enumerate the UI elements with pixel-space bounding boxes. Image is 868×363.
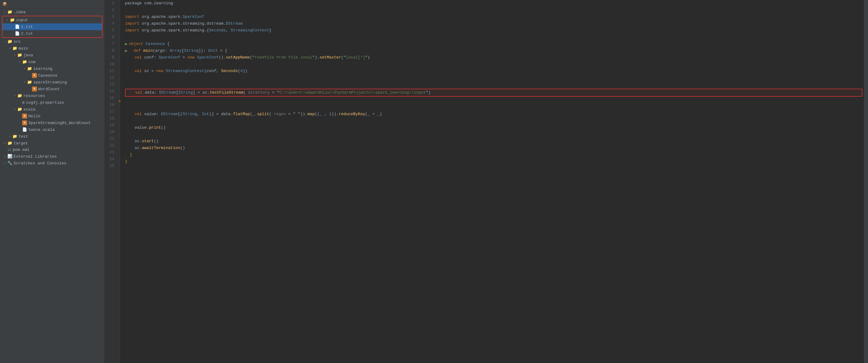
tree-item-resources[interactable]: 📁 resources — [0, 92, 104, 99]
warning-icon: ⚠ — [118, 97, 121, 104]
code-token: main — [143, 48, 153, 54]
code-token: print — [149, 124, 161, 131]
line-number: 22 — [105, 142, 117, 149]
tree-item-1txt[interactable]: 📄 1.txt — [2, 23, 102, 30]
code-token: import — [125, 20, 140, 27]
tree-item-label: learning — [33, 66, 52, 71]
code-token — [129, 48, 133, 54]
tree-item-scala[interactable]: 📁 scala — [0, 106, 104, 113]
folder-icon: 📁 — [7, 141, 12, 146]
code-line-6 — [125, 34, 864, 41]
code-token — [125, 138, 134, 145]
code-line-23: } — [125, 151, 864, 158]
code-token: "). — [312, 54, 319, 61]
tree-arrow — [12, 94, 17, 98]
tree-item-input[interactable]: 📁 input — [2, 17, 102, 23]
tree-item-label: 2.txt — [21, 31, 33, 36]
code-token: package — [125, 0, 142, 7]
code-token — [141, 48, 143, 54]
code-token: val — [134, 68, 142, 74]
code-token: String — [179, 89, 193, 96]
code-line-16 — [125, 104, 864, 111]
tree-item-label: pom.xml — [12, 148, 30, 152]
folder-icon: 📁 — [17, 107, 22, 112]
tree-item-com[interactable]: 📁 com — [0, 59, 104, 65]
tree-item-label: scala — [23, 107, 35, 112]
code-token: readfile from file local — [254, 54, 312, 61]
tree-item-label: target — [13, 141, 28, 146]
code-token: = " — [270, 89, 279, 96]
code-token: ( — [243, 89, 248, 96]
folder-icon: 📁 — [7, 9, 12, 14]
code-token: , — [216, 68, 221, 74]
tree-arrow — [17, 60, 22, 64]
right-scrollbar[interactable] — [864, 0, 868, 363]
run-arrow2-icon[interactable]: ▶ — [125, 48, 127, 54]
folder-icon: 📁 — [17, 93, 22, 98]
code-token: import — [125, 13, 140, 20]
tree-item-target[interactable]: 📁 target — [0, 140, 104, 147]
tree-item-label: SparkStreaming01_WordCount — [28, 121, 91, 125]
folder-icon: 📁 — [27, 66, 32, 71]
tree-item-src[interactable]: 📁 src — [0, 38, 104, 45]
tree-item-scratches[interactable]: 🔧 Scratches and Consoles — [0, 160, 104, 167]
code-token: )] = — [209, 111, 221, 118]
code-token: (_. — [250, 111, 257, 118]
tree-item-java[interactable]: 📁 java — [0, 52, 104, 59]
tree-item-main[interactable]: 📁 main — [0, 45, 104, 52]
code-token: = { — [218, 48, 227, 54]
code-token: data — [145, 89, 154, 96]
scala-file-icon: 📄 — [22, 127, 27, 132]
code-line-15: ⚠ — [125, 97, 864, 104]
editor: 1234567891011121314151617181920212223242… — [105, 0, 864, 363]
code-token: setAppName — [226, 54, 250, 61]
line-number: 5 — [105, 27, 117, 34]
folder-icon: 📁 — [7, 39, 12, 44]
tree-item-2txt[interactable]: 📄 2.txt — [2, 30, 102, 37]
code-token: val — [134, 111, 142, 118]
code-token: . — [140, 138, 142, 145]
sidebar: 📦 📁 .idea 📁 input 📄 1.txt 📄 2.txt 📁 src … — [0, 0, 105, 363]
line-number: 15 — [105, 95, 117, 101]
run-arrow-icon[interactable]: ▶ — [125, 41, 127, 48]
line-number: 21 — [105, 135, 117, 142]
tree-item-idea[interactable]: 📁 .idea — [0, 9, 104, 16]
code-token: : — [155, 89, 159, 96]
tree-item-sparkStreaming[interactable]: 📁 sparkStreaming — [0, 79, 104, 86]
code-line-1: package com.learning — [125, 0, 864, 7]
tree-item-twoce[interactable]: 📄 twoce.scala — [0, 126, 104, 133]
tree-item-WordCount[interactable]: O WordCount — [0, 86, 104, 92]
tree-item-Hello[interactable]: O Hello — [0, 113, 104, 119]
tree-item-log4j[interactable]: ⚙ log4j.properties — [0, 99, 104, 106]
tree-item-SparkStreaming01[interactable]: O SparkStreaming01_WordCount — [0, 119, 104, 126]
tree-item-Caseonce[interactable]: O Caseonce — [0, 72, 104, 79]
code-token: ((_ , — [315, 111, 329, 118]
code-token: org.apache.spark. — [140, 13, 183, 20]
line-number: 6 — [105, 34, 117, 41]
code-token — [125, 145, 134, 151]
code-token: : — [156, 111, 161, 118]
code-token: . — [230, 111, 233, 118]
code-token: , — [226, 27, 231, 34]
tree-item-learning[interactable]: 📁 learning — [0, 65, 104, 72]
code-token — [125, 111, 134, 118]
line-number: 7 — [105, 41, 117, 48]
tree-item-extlibs[interactable]: 📊 External Libraries — [0, 153, 104, 160]
code-token: )) — [243, 68, 247, 74]
line-number: 16 — [105, 101, 117, 109]
tree-item-label: twoce.scala — [28, 127, 55, 132]
code-token: sc — [134, 145, 140, 151]
code-token: () — [154, 138, 159, 145]
tree-arrow — [22, 67, 27, 70]
tree-item-label: sparkStreaming — [33, 80, 67, 85]
code-line-21: sc.start() — [125, 138, 864, 145]
tree-item-pomxml[interactable]: 🗂 pom.xml — [0, 147, 104, 153]
code-token: } — [125, 158, 127, 165]
tree-item-test[interactable]: 📁 test — [0, 133, 104, 140]
code-token: com. — [142, 0, 154, 7]
tree-item-label: main — [19, 46, 28, 51]
folder-icon: 📁 — [27, 80, 32, 85]
tree-arrow — [22, 80, 27, 84]
code-token: start — [142, 138, 154, 145]
code-line-17: val value: DStream[(String, Int)] = data… — [125, 111, 864, 118]
